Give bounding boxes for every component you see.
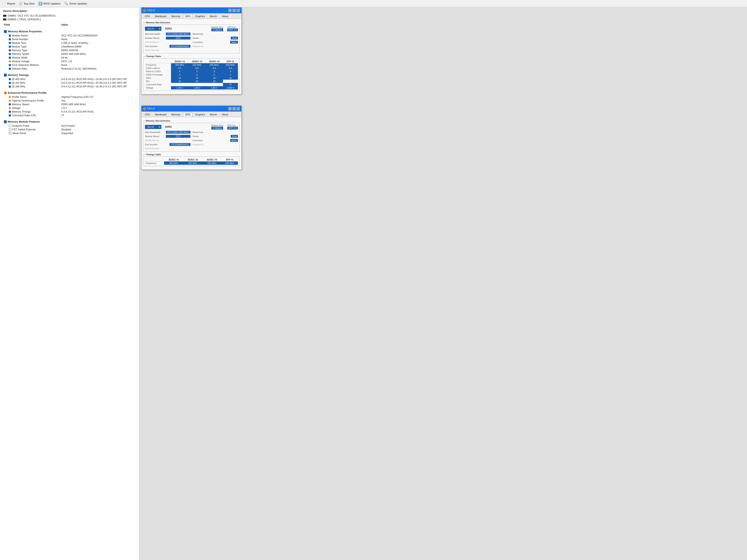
dram-manuf-label-1: DRAM Manuf. — [145, 41, 159, 44]
dimm1-item: DIMM1: OCZ XTC SLI OCZ2N800SR2G — [3, 14, 136, 17]
table-row: RAS# to CAS#4564 — [145, 70, 238, 73]
table-row: Refresh RateReduced (7.8 us), Self-Refre… — [3, 67, 136, 71]
row-value-2-3: 2.0 V — [60, 106, 136, 110]
slot-select-2[interactable]: Slot #2 — [145, 125, 161, 129]
timings-title-2: — Timings Table — [143, 153, 240, 156]
slot-section-1: Slot #1 DDR2 Module Size 2 GBytes SPD Ex… — [143, 25, 240, 53]
cpuz-tabs-1: CPU Mainboard Memory SPD Graphics Bench … — [141, 13, 241, 19]
row-label-text: Voltage — [12, 107, 21, 109]
table-row: Command Rate (CR)2T — [3, 114, 136, 117]
row-label-div-0-4: Memory Type — [4, 49, 59, 52]
section-header-2: Enhanced Performance Profile — [4, 90, 135, 95]
tab-graphics-1[interactable]: Graphics — [193, 14, 207, 19]
timing-val-4-1: 15 — [188, 76, 206, 80]
row-label-0-7: Module Voltage — [3, 59, 60, 63]
timing-freq-label-2: Frequency — [145, 161, 164, 165]
timing-val-3-3: 4 — [223, 73, 238, 76]
cpuz-minimize-1[interactable]: _ — [228, 9, 232, 12]
cpuz-body-1: — Memory Slot Selection Slot #1 DDR2 Mod… — [141, 19, 241, 94]
correction-value-1: None — [230, 41, 238, 44]
bios-icon: ⬇️ — [38, 2, 43, 5]
row-label-text: @ 400 MHz — [12, 78, 25, 81]
cpuz-maximize-1[interactable]: □ — [232, 9, 236, 12]
dimm3-icon — [3, 19, 6, 21]
row-icon-blue-small — [9, 64, 11, 66]
row-label-0-8: Error Detection Method — [3, 63, 60, 67]
row-icon-blue — [9, 85, 11, 88]
main-content: Device Description DIMM1: OCZ XTC SLI OC… — [0, 7, 747, 560]
timing-val-1-1: 5.0 — [188, 66, 206, 70]
timing-val-4-3: 15 — [223, 76, 238, 80]
toolbar-report[interactable]: 📄 Report — [2, 2, 15, 5]
row-value-1-2: 4-4-4-12 (CL-RCD-RP-RAS) / 16-30-2-4-2-2… — [60, 85, 136, 88]
registered-row-1: Registered — [192, 45, 238, 48]
tab-spd-2[interactable]: SPD — [183, 112, 192, 117]
tab-memory-2[interactable]: Memory — [169, 112, 182, 117]
row-label-3-1: FET Switch External — [3, 128, 60, 131]
row-icon-checkbox-checked: ✓ — [9, 132, 11, 134]
table-row: @ 333 MHz5-5-5-15 (CL-RCD-RP-RAS) / 20-3… — [3, 81, 136, 85]
row-value-0-2: 2 GB (2 ranks, 8 banks) — [60, 41, 136, 45]
cpuz-maximize-2[interactable]: □ — [232, 107, 236, 110]
toolbar-driver-label: Driver Updates — [69, 2, 87, 5]
tab-about-1[interactable]: About — [220, 14, 230, 19]
tab-bench-2[interactable]: Bench — [208, 112, 219, 117]
section-icon-2 — [4, 91, 7, 95]
row-value-2-5: 2T — [60, 114, 136, 117]
toolbar-driver[interactable]: 🔍 Driver Updates — [64, 2, 87, 5]
tab-spd-1[interactable]: SPD — [183, 14, 192, 19]
timing-val-6-3: 2T — [223, 83, 238, 86]
toolbar-bios[interactable]: ⬇️ BIOS Updates — [38, 2, 60, 5]
tab-mainboard-2[interactable]: Mainboard — [153, 112, 169, 117]
tab-mainboard-1[interactable]: Mainboard — [153, 14, 169, 19]
tab-about-2[interactable]: About — [220, 112, 230, 117]
table-row: Optimal Performance ProfileYes — [3, 99, 136, 103]
slot-selection-title-2: — Memory Slot Selection — [143, 119, 240, 122]
tab-graphics-2[interactable]: Graphics — [193, 112, 207, 117]
cpuz-close-2[interactable]: ✕ — [236, 107, 240, 110]
spd-ext-label-2: SPD Ext. — [227, 124, 238, 127]
timing-label-2: RAS# to CAS# — [145, 70, 171, 73]
toolbar-buynow[interactable]: 🛒 Buy Now — [19, 2, 34, 5]
row-icon-blue — [9, 103, 11, 105]
timing-val-3-1: 5 — [188, 73, 206, 76]
ranks-label-1: Ranks — [192, 37, 199, 39]
row-icon-orange — [9, 60, 11, 62]
serial-row-2: Serial Number — [145, 147, 190, 150]
spd-ext-group-1: SPD Ext. EPP 1.0 — [227, 26, 238, 31]
correction-row-1: Correction None — [192, 41, 238, 44]
row-icon-blue — [9, 111, 11, 113]
row-label-div-0-7: Module Voltage — [4, 60, 59, 63]
timing-val-0-1: 333 MHz — [188, 63, 206, 67]
toolbar-buynow-label: Buy Now — [24, 2, 34, 5]
table-row: Frequency 266 MHz 333 MHz 400 MHz 400 MH… — [145, 161, 238, 165]
timing-val-0-2: 400 MHz — [206, 63, 223, 67]
tab-cpu-2[interactable]: CPU — [143, 112, 152, 117]
table-row: Command Rate2T — [145, 83, 238, 86]
table-row: Memory SpeedDDR2-800 (400 MHz) — [3, 103, 136, 106]
tab-memory-1[interactable]: Memory — [169, 14, 182, 19]
row-label-text: Command Rate (CR) — [12, 114, 36, 117]
timing-label-4: tRAS — [145, 76, 171, 80]
table-row: Profile NameHighest Frequency (CR=1T) — [3, 95, 136, 99]
module-size-group-1: Module Size 2 GBytes — [211, 26, 223, 31]
row-label-text: @ 266 MHz — [12, 85, 25, 88]
row-icon-blue — [9, 46, 11, 48]
cpuz-minimize-2[interactable]: _ — [228, 107, 232, 110]
cpuz-title-text-2: CPU-Z — [147, 107, 155, 110]
row-label-div-1-1: @ 333 MHz — [4, 81, 59, 84]
timing-val-4-2: 18 — [206, 76, 223, 80]
right-panel: CPU-Z _ □ ✕ CPU Mainboard Memory SPD Gra… — [139, 7, 747, 560]
row-value-0-6: 64 bit — [60, 56, 136, 59]
module-manuf-value-1: OCZ — [166, 37, 190, 39]
tab-bench-1[interactable]: Bench — [208, 14, 219, 19]
ranks-row-1: Ranks Dual — [192, 37, 238, 39]
row-icon-blue — [9, 114, 11, 116]
section-header-row-3: Memory Module Features — [3, 117, 136, 124]
table-row: Analysis ProbeNot Present — [3, 124, 136, 128]
tab-cpu-1[interactable]: CPU — [143, 14, 152, 19]
row-icon-blue — [9, 68, 11, 70]
slot-section-2: Slot #2 DDR2 Module Size 2 GBytes SPD Ex… — [143, 123, 240, 152]
slot-select-1[interactable]: Slot #1 — [145, 27, 161, 31]
cpuz-close-1[interactable]: ✕ — [236, 9, 240, 12]
